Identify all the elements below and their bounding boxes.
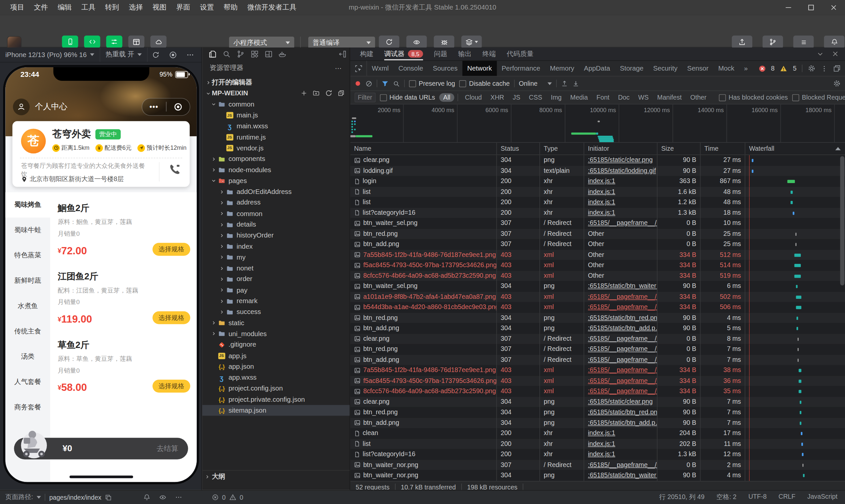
table-row[interactable]: 8cfcc576-4b66-4a09-ac68-ad5b273c2590.png…	[350, 270, 845, 281]
table-row[interactable]: btn_waiter_sel.png307/ Redirect:65185/__…	[350, 218, 845, 229]
request-initiator[interactable]: :65185/static/clear.png	[584, 155, 657, 166]
request-initiator[interactable]: :65185/static/btn_waiter…	[584, 470, 657, 481]
more-icon[interactable]	[187, 51, 194, 58]
network-overview-timeline[interactable]: 2000 ms4000 ms6000 ms8000 ms10000 ms1200…	[350, 105, 845, 143]
phone-call-icon[interactable]	[169, 163, 181, 175]
tab-问题[interactable]: 问题	[428, 48, 453, 60]
minimize-button[interactable]	[777, 0, 800, 15]
table-row[interactable]: btn_add.png304png:65185/static/btn_add.p…	[350, 418, 845, 428]
tab-代码质量[interactable]: 代码质量	[501, 48, 539, 60]
filter-funnel-icon[interactable]	[382, 80, 388, 87]
request-initiator[interactable]: :65185/__pageframe__/_p…	[584, 292, 657, 302]
tree-item-main.js[interactable]: JSmain.js	[202, 110, 350, 121]
export-har-icon[interactable]	[573, 80, 580, 87]
menu-帮助[interactable]: 帮助	[219, 0, 243, 15]
tree-item-vendor.js[interactable]: JSvendor.js	[202, 143, 350, 154]
request-initiator[interactable]: :65185/static/lodding.gif	[584, 166, 657, 176]
home-indicator[interactable]	[69, 475, 133, 478]
request-initiator[interactable]: :65185/__pageframe__/_p…	[584, 334, 657, 344]
filter-cat-manifest[interactable]: Manifest	[654, 93, 686, 102]
category-item[interactable]: 人气套餐	[5, 370, 50, 395]
explorer-more-icon[interactable]: ⋯	[335, 64, 342, 72]
collapse-folders-icon[interactable]	[338, 90, 345, 97]
network-settings-gear-icon[interactable]	[833, 80, 841, 87]
dock-panels-icon[interactable]	[833, 65, 841, 72]
table-scrollbar[interactable]	[840, 156, 844, 285]
category-item[interactable]: 水煮鱼	[5, 293, 50, 319]
settings-gear-icon[interactable]	[808, 65, 815, 72]
column-header-type[interactable]: Type	[540, 143, 584, 155]
tree-item-MP-WEIXIN[interactable]: MP-WEIXIN	[202, 88, 350, 99]
hide-data-urls-checkbox[interactable]: Hide data URLs	[380, 94, 435, 101]
filter-cat-other[interactable]: Other	[687, 93, 710, 102]
tree-item-addOrEditAddress[interactable]: addOrEditAddress	[202, 186, 350, 197]
tree-item-components[interactable]: components	[202, 154, 350, 164]
table-row[interactable]: clear.png304png:65185/static/clear.png90…	[350, 155, 845, 166]
table-row[interactable]: btn_red.png307/ Redirect:65185/__pagefra…	[350, 344, 845, 355]
menu-文件[interactable]: 文件	[29, 0, 53, 15]
table-row[interactable]: f5ac8455-4793-450c-97ba-173795c34626.png…	[350, 260, 845, 271]
request-initiator[interactable]: :65185/__pageframe__/_p…	[584, 302, 657, 313]
user-icon[interactable]	[13, 98, 30, 115]
menu-选择[interactable]: 选择	[124, 0, 148, 15]
hot-reload-select[interactable]: 热重载 开	[100, 48, 147, 62]
request-initiator[interactable]: :65185/__pageframe__/_p…	[584, 376, 657, 386]
throttling-select[interactable]: Online	[519, 80, 552, 87]
mode-select[interactable]: 小程序模式	[229, 37, 295, 49]
request-initiator[interactable]: :65185/static/btn_red.png	[584, 407, 657, 418]
menu-转到[interactable]: 转到	[100, 0, 124, 15]
table-row[interactable]: btn_red.png304png:65185/static/btn_red.p…	[350, 407, 845, 418]
tree-item-success[interactable]: success	[202, 306, 350, 317]
tab-终端[interactable]: 终端	[477, 48, 501, 60]
tree-item-static[interactable]: static	[202, 317, 350, 328]
request-initiator[interactable]: index.js:1	[584, 428, 657, 439]
close-button[interactable]	[822, 0, 845, 15]
tree-item-remark[interactable]: remark	[202, 295, 350, 306]
dish-item[interactable]: 草鱼2斤原料：草鱼，黄豆芽，莲藕月销量0¥58.00选择规格	[58, 332, 191, 400]
devtab-sensor[interactable]: Sensor	[682, 61, 713, 76]
tree-item-pages[interactable]: pages	[202, 176, 350, 186]
tab-调试器[interactable]: 调试器8,5	[379, 48, 428, 60]
chevron-down-icon[interactable]	[37, 496, 41, 499]
tree-item-app.js[interactable]: JSapp.js	[202, 350, 350, 361]
table-row[interactable]: b544d3ba-a1ae-4d20-a860-81cb5dec9e03.png…	[350, 302, 845, 313]
copy-icon[interactable]	[105, 494, 112, 501]
search-icon[interactable]	[393, 80, 400, 87]
compile-mode-select[interactable]: 普通编译	[308, 37, 375, 49]
category-item[interactable]: 蜀味烤鱼	[5, 192, 50, 218]
table-row[interactable]: btn_red.png307/ RedirectOther0 B25 ms	[350, 229, 845, 239]
devtab-console[interactable]: Console	[393, 61, 428, 76]
page-path-value[interactable]: pages/index/index	[49, 493, 101, 501]
column-header-status[interactable]: Status	[497, 143, 540, 155]
request-initiator[interactable]: :65185/static/btn_add.p…	[584, 323, 657, 334]
filter-cat-css[interactable]: CSS	[525, 93, 546, 102]
notifications-icon[interactable]	[143, 494, 150, 501]
table-row[interactable]: btn_waiter_sel.png304png:65185/static/bt…	[350, 281, 845, 292]
category-item[interactable]: 传统主食	[5, 319, 50, 344]
new-file-icon[interactable]	[301, 90, 307, 97]
request-initiator[interactable]: :65185/static/btn_red.png	[584, 313, 657, 323]
request-initiator[interactable]: :65185/__pageframe__/_p…	[584, 460, 657, 470]
tree-item-details[interactable]: details	[202, 219, 350, 230]
filter-cat-ws[interactable]: WS	[634, 93, 652, 102]
devtab-storage[interactable]: Storage	[615, 61, 648, 76]
tree-item-project.config.json[interactable]: {..}project.config.json	[202, 383, 350, 394]
chevron-down-icon[interactable]	[817, 51, 824, 57]
devtab-sources[interactable]: Sources	[428, 61, 462, 76]
import-har-icon[interactable]	[561, 80, 568, 87]
tree-item-.gitignore[interactable]: .gitignore	[202, 339, 350, 350]
tree-item-nonet[interactable]: nonet	[202, 263, 350, 274]
filter-input[interactable]: Filter	[354, 93, 375, 102]
table-row[interactable]: a101a1e9-8f8b-47b2-afa4-1abd47ea0a87.png…	[350, 292, 845, 302]
menu-视图[interactable]: 视图	[147, 0, 171, 15]
request-initiator[interactable]: :65185/__pageframe__/_p…	[584, 386, 657, 397]
menu-编辑[interactable]: 编辑	[53, 0, 76, 15]
maximize-button[interactable]	[800, 0, 823, 15]
statusbar-item[interactable]: 空格: 2	[716, 493, 736, 502]
table-row[interactable]: f5ac8455-4793-450c-97ba-173795c34626.png…	[350, 376, 845, 386]
devtab-more[interactable]: »	[739, 61, 753, 76]
tree-item-runtime.js[interactable]: JSruntime.js	[202, 132, 350, 143]
table-row[interactable]: clean200xhrindex.js:1204 B17 ms	[350, 428, 845, 439]
devtab-memory[interactable]: Memory	[545, 61, 579, 76]
column-header-name[interactable]: Name	[350, 143, 497, 155]
